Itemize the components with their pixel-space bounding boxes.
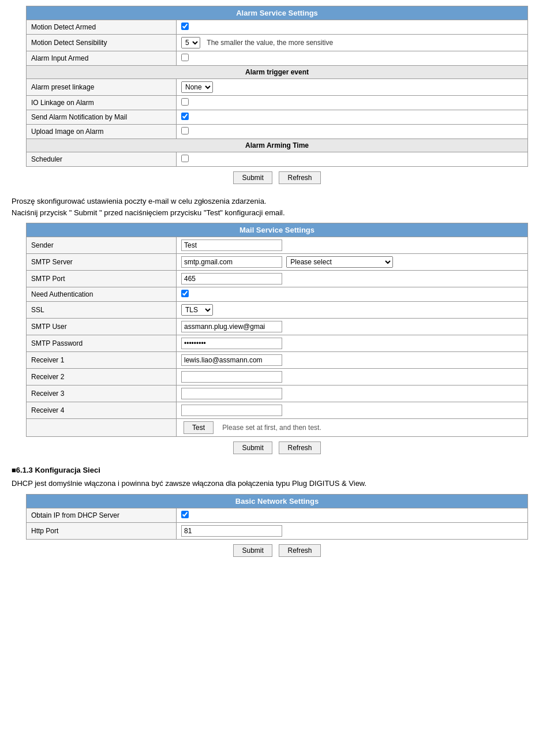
need-auth-checkbox[interactable] bbox=[181, 290, 189, 297]
row-label: SMTP Server bbox=[27, 254, 177, 271]
receiver4-input[interactable] bbox=[181, 405, 282, 416]
ssl-select[interactable]: TLS SSL None bbox=[181, 304, 213, 316]
row-value bbox=[177, 271, 528, 287]
row-label: SMTP Port bbox=[27, 271, 177, 287]
test-note: Please set at first, and then test. bbox=[222, 424, 321, 432]
row-label: Receiver 2 bbox=[27, 369, 177, 386]
alarm-trigger-header-row: Alarm trigger event bbox=[27, 66, 528, 79]
test-label-cell bbox=[27, 419, 177, 437]
dhcp-checkbox[interactable] bbox=[181, 511, 189, 518]
network-text: DHCP jest domyślnie włączona i powinna b… bbox=[12, 478, 542, 489]
receiver2-input[interactable] bbox=[181, 371, 282, 383]
io-linkage-checkbox[interactable] bbox=[181, 98, 189, 106]
table-row: Send Alarm Notification by Mail bbox=[27, 110, 528, 125]
alarm-input-armed-checkbox[interactable] bbox=[181, 54, 189, 61]
table-row: Alarm preset linkage None bbox=[27, 79, 528, 96]
table-row: SMTP Password bbox=[27, 335, 528, 352]
alarm-refresh-button[interactable]: Refresh bbox=[279, 171, 320, 184]
table-row: Motion Detect Sensibility 123456 The sma… bbox=[27, 35, 528, 51]
network-submit-button[interactable]: Submit bbox=[233, 544, 272, 557]
mail-table: Mail Service Settings Sender SMTP Server… bbox=[26, 223, 528, 437]
row-value bbox=[177, 508, 528, 522]
table-row: Http Port bbox=[27, 522, 528, 539]
row-label: Receiver 1 bbox=[27, 352, 177, 369]
alarm-buttons: Submit Refresh bbox=[9, 171, 545, 184]
row-value bbox=[177, 125, 528, 139]
smtp-user-input[interactable] bbox=[181, 321, 282, 332]
alarm-trigger-header: Alarm trigger event bbox=[27, 66, 528, 79]
row-label: SMTP User bbox=[27, 319, 177, 335]
row-label: SSL bbox=[27, 302, 177, 319]
alarm-section: Alarm Service Settings Motion Detect Arm… bbox=[9, 6, 545, 184]
alarm-arming-header: Alarm Arming Time bbox=[27, 139, 528, 152]
row-label: Need Authentication bbox=[27, 287, 177, 302]
table-row: Alarm Input Armed bbox=[27, 51, 528, 66]
mail-section: Mail Service Settings Sender SMTP Server… bbox=[9, 223, 545, 454]
sender-input[interactable] bbox=[181, 239, 282, 251]
row-label: Receiver 4 bbox=[27, 402, 177, 419]
receiver1-input[interactable] bbox=[181, 354, 282, 366]
network-table-title: Basic Network Settings bbox=[27, 494, 528, 508]
send-alarm-notification-checkbox[interactable] bbox=[181, 113, 189, 120]
row-value: TLS SSL None bbox=[177, 302, 528, 319]
mail-refresh-button[interactable]: Refresh bbox=[279, 441, 320, 454]
test-row: Test Please set at first, and then test. bbox=[27, 419, 528, 437]
row-label: Sender bbox=[27, 237, 177, 254]
table-row: Receiver 4 bbox=[27, 402, 528, 419]
sensibility-note: The smaller the value, the more sensitiv… bbox=[207, 39, 333, 47]
row-value bbox=[177, 335, 528, 352]
alarm-table: Alarm Service Settings Motion Detect Arm… bbox=[26, 6, 528, 167]
smtp-password-input[interactable] bbox=[181, 338, 282, 349]
network-refresh-button[interactable]: Refresh bbox=[279, 544, 320, 557]
row-value: Please select bbox=[177, 254, 528, 271]
row-value bbox=[177, 152, 528, 167]
test-button[interactable]: Test bbox=[184, 421, 214, 434]
instruction-text-1: Proszę skonfigurować ustawienia poczty e… bbox=[12, 196, 542, 207]
table-row: Obtain IP from DHCP Server bbox=[27, 508, 528, 522]
mail-submit-button[interactable]: Submit bbox=[233, 441, 272, 454]
network-buttons: Submit Refresh bbox=[9, 544, 545, 557]
table-row: SMTP User bbox=[27, 319, 528, 335]
table-row: Receiver 1 bbox=[27, 352, 528, 369]
row-label: SMTP Password bbox=[27, 335, 177, 352]
row-label: IO Linkage on Alarm bbox=[27, 96, 177, 110]
smtp-server-input[interactable] bbox=[181, 256, 282, 268]
table-row: Motion Detect Armed bbox=[27, 20, 528, 35]
network-section-heading: ■6.1.3 Konfiguracja Sieci bbox=[12, 466, 542, 474]
row-value bbox=[177, 96, 528, 110]
table-row: Receiver 2 bbox=[27, 369, 528, 386]
smtp-port-input[interactable] bbox=[181, 273, 282, 285]
table-row: Upload Image on Alarm bbox=[27, 125, 528, 139]
row-value bbox=[177, 386, 528, 402]
row-value bbox=[177, 110, 528, 125]
alarm-submit-button[interactable]: Submit bbox=[233, 171, 272, 184]
row-label: Receiver 3 bbox=[27, 386, 177, 402]
http-port-input[interactable] bbox=[181, 525, 282, 537]
row-label: Upload Image on Alarm bbox=[27, 125, 177, 139]
row-value bbox=[177, 369, 528, 386]
table-row: Receiver 3 bbox=[27, 386, 528, 402]
table-row: Need Authentication bbox=[27, 287, 528, 302]
sensibility-select[interactable]: 123456 bbox=[181, 37, 200, 48]
motion-detect-armed-checkbox[interactable] bbox=[181, 23, 189, 30]
receiver3-input[interactable] bbox=[181, 388, 282, 399]
test-action-cell: Test Please set at first, and then test. bbox=[177, 419, 528, 437]
alarm-preset-select[interactable]: None bbox=[181, 81, 213, 93]
row-label: Motion Detect Armed bbox=[27, 20, 177, 35]
mail-buttons: Submit Refresh bbox=[9, 441, 545, 454]
smtp-server-select[interactable]: Please select bbox=[286, 256, 393, 268]
instruction-text-block: Proszę skonfigurować ustawienia poczty e… bbox=[12, 196, 542, 218]
alarm-table-title: Alarm Service Settings bbox=[27, 6, 528, 20]
network-text-block: DHCP jest domyślnie włączona i powinna b… bbox=[12, 478, 542, 489]
row-value bbox=[177, 402, 528, 419]
row-label: Send Alarm Notification by Mail bbox=[27, 110, 177, 125]
row-label: Http Port bbox=[27, 522, 177, 539]
row-value bbox=[177, 51, 528, 66]
row-value bbox=[177, 352, 528, 369]
table-row: Scheduler bbox=[27, 152, 528, 167]
scheduler-checkbox[interactable] bbox=[181, 155, 189, 162]
row-value bbox=[177, 319, 528, 335]
alarm-arming-header-row: Alarm Arming Time bbox=[27, 139, 528, 152]
row-value bbox=[177, 20, 528, 35]
upload-image-checkbox[interactable] bbox=[181, 127, 189, 134]
